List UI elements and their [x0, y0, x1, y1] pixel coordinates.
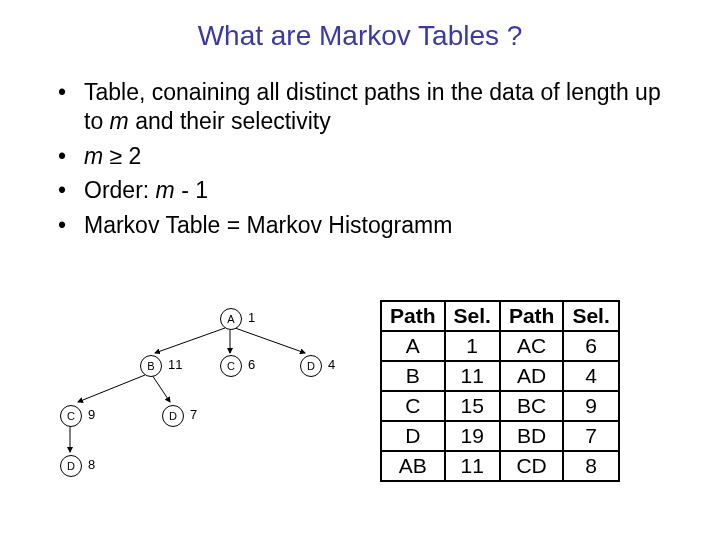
bullet-4-text: Markov Table = Markov Histogramm — [84, 212, 452, 238]
markov-table: Path Sel. Path Sel. A 1 AC 6 B 11 AD 4 C… — [380, 300, 620, 482]
bullet-3-text-b: - 1 — [175, 177, 208, 203]
slide: What are Markov Tables ? Table, conainin… — [0, 0, 720, 540]
table-row: A 1 AC 6 — [381, 331, 619, 361]
tree-count-a: 1 — [248, 310, 255, 325]
col-sel-2: Sel. — [563, 301, 618, 331]
tree-count-d2: 7 — [190, 407, 197, 422]
cell-sel: 15 — [445, 391, 500, 421]
cell-path: BD — [500, 421, 564, 451]
bullet-3-m: m — [156, 177, 175, 203]
tree-count-c1: 6 — [248, 357, 255, 372]
bullet-2-ge: ≥ — [103, 143, 128, 169]
svg-line-2 — [235, 328, 305, 353]
cell-path: AB — [381, 451, 445, 481]
cell-path: CD — [500, 451, 564, 481]
bullet-2: m ≥ 2 — [48, 142, 668, 171]
table-row: AB 11 CD 8 — [381, 451, 619, 481]
cell-path: A — [381, 331, 445, 361]
bullet-list: Table, conaining all distinct paths in t… — [48, 78, 668, 246]
svg-line-4 — [152, 375, 170, 402]
col-sel-1: Sel. — [445, 301, 500, 331]
bullet-2-m: m — [84, 143, 103, 169]
tree-node-d3: D — [60, 455, 82, 477]
bullet-3-text-a: Order: — [84, 177, 156, 203]
cell-sel: 7 — [563, 421, 618, 451]
cell-path: C — [381, 391, 445, 421]
tree-node-b: B — [140, 355, 162, 377]
table-row: C 15 BC 9 — [381, 391, 619, 421]
table-header-row: Path Sel. Path Sel. — [381, 301, 619, 331]
col-path-1: Path — [381, 301, 445, 331]
cell-path: BC — [500, 391, 564, 421]
cell-sel: 9 — [563, 391, 618, 421]
svg-line-3 — [78, 375, 145, 402]
tree-node-c1: C — [220, 355, 242, 377]
cell-path: AC — [500, 331, 564, 361]
tree-count-c2: 9 — [88, 407, 95, 422]
col-path-2: Path — [500, 301, 564, 331]
cell-sel: 11 — [445, 451, 500, 481]
cell-path: AD — [500, 361, 564, 391]
cell-sel: 1 — [445, 331, 500, 361]
cell-path: D — [381, 421, 445, 451]
bullet-2-v: 2 — [129, 143, 142, 169]
cell-path: B — [381, 361, 445, 391]
tree-node-a: A — [220, 308, 242, 330]
tree-count-d3: 8 — [88, 457, 95, 472]
cell-sel: 19 — [445, 421, 500, 451]
tree-diagram: A 1 B 11 C 6 D 4 C 9 D 7 D 8 — [40, 300, 360, 530]
tree-count-b: 11 — [168, 357, 182, 372]
cell-sel: 8 — [563, 451, 618, 481]
tree-node-d1: D — [300, 355, 322, 377]
cell-sel: 4 — [563, 361, 618, 391]
svg-line-0 — [155, 328, 225, 353]
table-row: D 19 BD 7 — [381, 421, 619, 451]
slide-title: What are Markov Tables ? — [0, 20, 720, 52]
cell-sel: 11 — [445, 361, 500, 391]
cell-sel: 6 — [563, 331, 618, 361]
bullet-4: Markov Table = Markov Histogramm — [48, 211, 668, 240]
bullet-1-m: m — [110, 108, 129, 134]
tree-count-d1: 4 — [328, 357, 335, 372]
tree-node-c2: C — [60, 405, 82, 427]
tree-node-d2: D — [162, 405, 184, 427]
bullet-3: Order: m - 1 — [48, 176, 668, 205]
bullet-1: Table, conaining all distinct paths in t… — [48, 78, 668, 136]
bullet-1-text-b: and their selectivity — [129, 108, 331, 134]
table-row: B 11 AD 4 — [381, 361, 619, 391]
